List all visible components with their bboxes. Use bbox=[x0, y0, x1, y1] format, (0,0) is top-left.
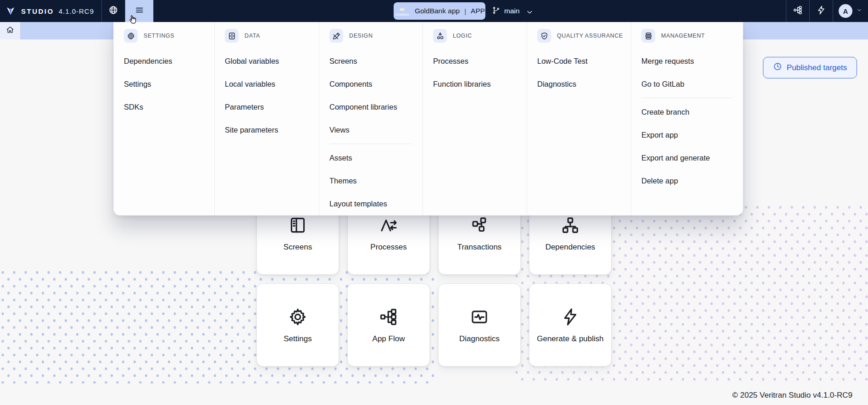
menu-item-go-to-gitlab[interactable]: Go to GitLab bbox=[641, 72, 735, 95]
menu-item-parameters[interactable]: Parameters bbox=[225, 95, 312, 118]
menu-item-diagnostics[interactable]: Diagnostics bbox=[537, 72, 623, 95]
card-label: Generate & publish bbox=[533, 334, 607, 344]
top-navbar: STUDIO 4.1.0-RC9 GoldBank GoldBank app |… bbox=[0, 0, 868, 22]
menu-column-data: DATAGlobal variablesLocal variablesParam… bbox=[214, 22, 319, 215]
chevron-down-icon bbox=[525, 8, 532, 15]
menu-item-create-branch[interactable]: Create branch bbox=[641, 100, 735, 123]
branch-selector[interactable]: main bbox=[489, 0, 535, 22]
user-menu[interactable]: A bbox=[833, 4, 868, 18]
app-flow-nav-button[interactable] bbox=[786, 0, 809, 22]
veritran-logo-icon bbox=[5, 5, 17, 17]
menu-item-themes[interactable]: Themes bbox=[329, 169, 415, 192]
menu-item-processes[interactable]: Processes bbox=[433, 50, 519, 72]
menu-items: Global variablesLocal variablesParameter… bbox=[225, 50, 312, 141]
home-icon bbox=[6, 25, 15, 36]
menu-item-delete-app[interactable]: Delete app bbox=[641, 169, 735, 192]
gear-icon bbox=[288, 307, 308, 327]
menu-item-site-parameters[interactable]: Site parameters bbox=[225, 118, 312, 141]
menu-items: DependenciesSettingsSDKs bbox=[124, 50, 207, 118]
diagnostics-icon bbox=[469, 307, 490, 327]
design-tools-icon bbox=[329, 29, 343, 43]
menu-item-layout-templates[interactable]: Layout templates bbox=[329, 192, 415, 215]
menu-item-component-libraries[interactable]: Component libraries bbox=[329, 95, 415, 118]
card-generate-publish[interactable]: Generate & publish bbox=[529, 283, 612, 366]
menu-items: Low-Code TestDiagnostics bbox=[537, 50, 623, 95]
app-name: GoldBank app bbox=[415, 7, 460, 15]
menu-items: Merge requestsGo to GitLabCreate branchE… bbox=[641, 50, 735, 192]
card-label: Processes bbox=[367, 243, 410, 252]
footer-copyright: © 2025 Veritran Studio v4.1.0-RC9 bbox=[732, 391, 852, 400]
brand-version: 4.1.0-RC9 bbox=[59, 7, 94, 15]
menu-section-label: MANAGEMENT bbox=[661, 33, 705, 39]
menu-section-label: QUALITY ASSURANCE bbox=[557, 33, 623, 39]
generate-publish-nav-button[interactable] bbox=[810, 0, 833, 22]
menu-item-screens[interactable]: Screens bbox=[329, 50, 415, 72]
menu-item-export-and-generate[interactable]: Export and generate bbox=[641, 146, 735, 169]
clock-icon bbox=[773, 62, 782, 73]
menu-column-quality-assurance: QUALITY ASSURANCELow-Code TestDiagnostic… bbox=[527, 22, 631, 215]
card-label: Screens bbox=[280, 243, 316, 252]
navbar-left: STUDIO 4.1.0-RC9 bbox=[0, 0, 154, 22]
menu-section-label: SETTINGS bbox=[144, 33, 174, 39]
brand-name: STUDIO bbox=[21, 7, 54, 15]
menu-section-label: DESIGN bbox=[349, 33, 373, 39]
main-menu-button[interactable] bbox=[125, 0, 153, 22]
logic-shapes-icon bbox=[433, 29, 447, 43]
menu-column-design: DESIGNScreensComponentsComponent librari… bbox=[319, 22, 423, 215]
dependencies-icon bbox=[560, 215, 580, 235]
menu-item-assets[interactable]: Assets bbox=[329, 146, 415, 169]
gear-icon bbox=[124, 29, 138, 43]
screens-icon bbox=[288, 215, 308, 235]
published-targets-button[interactable]: Published targets bbox=[763, 57, 857, 78]
app-flow-icon bbox=[793, 5, 803, 17]
menu-column-logic: LOGICProcessesFunction libraries bbox=[423, 22, 527, 215]
language-globe-button[interactable] bbox=[102, 0, 125, 22]
divider bbox=[153, 0, 154, 22]
menu-item-sdks[interactable]: SDKs bbox=[124, 95, 207, 118]
goldbank-logo-label: GoldBank bbox=[395, 13, 409, 17]
card-label: Settings bbox=[280, 334, 315, 344]
menu-item-merge-requests[interactable]: Merge requests bbox=[641, 50, 735, 72]
menu-item-views[interactable]: Views bbox=[329, 118, 415, 141]
shield-check-icon bbox=[537, 29, 551, 43]
card-diagnostics[interactable]: Diagnostics bbox=[438, 283, 521, 366]
hamburger-menu-icon bbox=[134, 5, 145, 17]
navbar-right: A bbox=[786, 0, 868, 22]
menu-item-global-variables[interactable]: Global variables bbox=[225, 50, 312, 72]
menu-item-components[interactable]: Components bbox=[329, 72, 415, 95]
menu-items: ProcessesFunction libraries bbox=[433, 50, 519, 95]
menu-item-local-variables[interactable]: Local variables bbox=[225, 72, 312, 95]
lightning-icon bbox=[816, 5, 826, 17]
crown-icon bbox=[399, 6, 406, 13]
menu-section-header: DESIGN bbox=[329, 28, 415, 43]
menu-item-export-app[interactable]: Export app bbox=[641, 123, 735, 146]
menu-section-label: DATA bbox=[245, 33, 260, 39]
menu-items: ScreensComponentsComponent librariesView… bbox=[329, 50, 415, 215]
app-type-badge: APP bbox=[471, 7, 485, 15]
app-pill-separator: | bbox=[464, 7, 467, 15]
veritran-studio-app: STUDIO 4.1.0-RC9 GoldBank GoldBank app |… bbox=[0, 0, 868, 405]
menu-column-settings: SETTINGSDependenciesSettingsSDKs bbox=[114, 22, 214, 215]
menu-column-management: MANAGEMENTMerge requestsGo to GitLabCrea… bbox=[631, 22, 743, 215]
card-settings[interactable]: Settings bbox=[256, 283, 339, 366]
menu-item-settings[interactable]: Settings bbox=[124, 72, 207, 95]
user-avatar: A bbox=[839, 4, 852, 18]
menu-divider bbox=[641, 98, 733, 98]
branch-name: main bbox=[504, 7, 520, 15]
card-label: Transactions bbox=[454, 243, 506, 252]
git-branch-icon bbox=[492, 6, 501, 17]
current-app-pill[interactable]: GoldBank GoldBank app | APP bbox=[394, 2, 485, 20]
app-flow-icon bbox=[378, 307, 399, 327]
menu-item-function-libraries[interactable]: Function libraries bbox=[433, 72, 519, 95]
menu-section-header: SETTINGS bbox=[124, 28, 207, 43]
menu-section-label: LOGIC bbox=[453, 33, 472, 39]
menu-item-dependencies[interactable]: Dependencies bbox=[124, 50, 207, 72]
globe-icon bbox=[108, 5, 118, 17]
menu-item-low-code-test[interactable]: Low-Code Test bbox=[537, 50, 623, 72]
card-app-flow[interactable]: App Flow bbox=[347, 283, 430, 366]
card-label: Dependencies bbox=[542, 243, 599, 252]
card-label: Diagnostics bbox=[456, 334, 503, 344]
menu-section-header: QUALITY ASSURANCE bbox=[537, 28, 623, 43]
home-button[interactable] bbox=[0, 22, 20, 39]
brand: STUDIO 4.1.0-RC9 bbox=[0, 0, 101, 22]
